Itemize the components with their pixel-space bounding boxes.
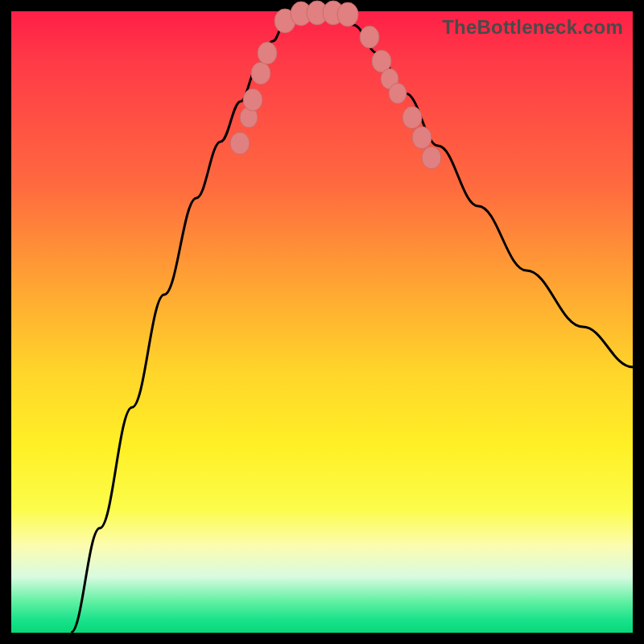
curve-marker bbox=[243, 89, 262, 111]
curve-marker bbox=[422, 147, 441, 169]
curve-right-branch bbox=[309, 13, 633, 367]
curve-marker bbox=[389, 83, 407, 103]
curve-marker bbox=[258, 42, 277, 64]
curve-marker bbox=[251, 62, 270, 85]
curve-marker bbox=[360, 26, 379, 48]
curve-marker bbox=[412, 126, 431, 149]
bottleneck-curve-svg bbox=[11, 11, 633, 633]
curve-left-branch bbox=[71, 13, 309, 633]
curve-marker bbox=[402, 106, 422, 129]
curve-marker bbox=[230, 132, 250, 155]
chart-frame: TheBottleneck.com bbox=[11, 11, 633, 633]
curve-marker bbox=[337, 2, 358, 27]
curve-markers bbox=[230, 1, 441, 169]
curve-group bbox=[71, 13, 633, 633]
